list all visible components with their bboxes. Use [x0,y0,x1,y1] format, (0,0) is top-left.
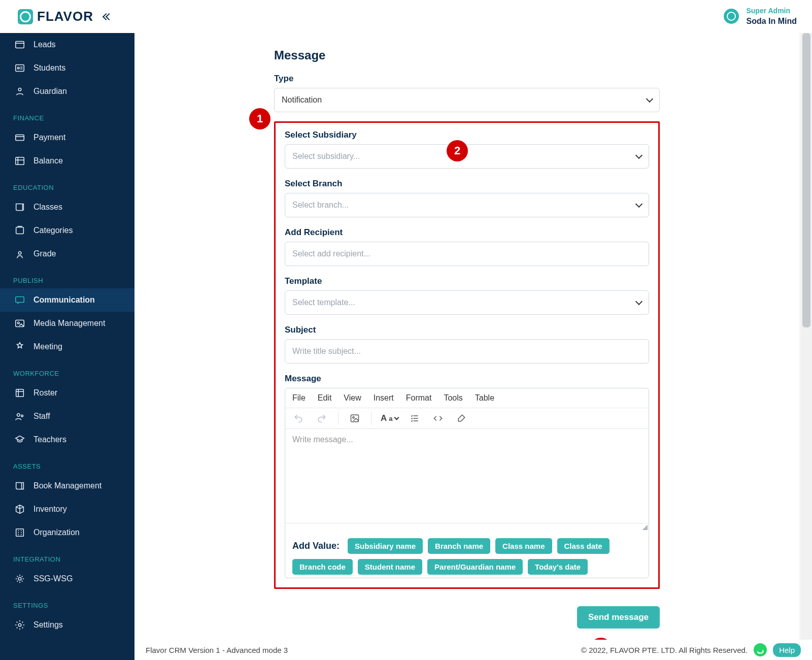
sidebar-item-communication[interactable]: Communication [0,288,134,312]
editor-menu-table[interactable]: Table [475,393,494,403]
message-body[interactable]: Write message... [285,429,649,523]
balance-icon [14,155,25,167]
editor-menu-view[interactable]: View [344,393,361,403]
sidebar-item-staff[interactable]: Staff [0,405,134,428]
annotation-marker-2: 2 [447,140,468,161]
sidebar-item-label: Meeting [33,342,62,351]
sidebar-item-label: Classes [33,203,62,212]
whatsapp-icon[interactable] [754,643,767,656]
app-footer: Flavor CRM Version 1 - Advanced mode 3 ©… [134,640,812,660]
sidebar-item-label: Teachers [33,435,66,444]
editor-toolbar: Aa [285,408,649,429]
sidebar-group-label: FINANCE [0,103,134,126]
redo-icon[interactable] [315,411,329,425]
branch-select[interactable]: Select branch... [285,193,649,217]
branch-label: Select Branch [285,179,649,189]
sidebar-item-balance[interactable]: Balance [0,149,134,173]
template-select[interactable]: Select template... [285,290,649,315]
svg-rect-17 [351,415,359,421]
sidebar-item-grade[interactable]: Grade [0,242,134,266]
book-icon [14,480,25,491]
sidebar-collapse-icon[interactable] [104,14,112,19]
rich-text-editor: FileEditViewInsertFormatToolsTable Aa [285,388,649,578]
chip-class-date[interactable]: Class date [557,538,610,554]
chip-today-s-date[interactable]: Today's date [528,559,588,575]
type-label: Type [274,74,660,84]
user-role: Super Admin [746,6,797,16]
add-value-label: Add Value: [292,541,340,551]
sidebar-item-ssg-wsg[interactable]: SSG-WSG [0,567,134,590]
sidebar-item-teachers[interactable]: Teachers [0,428,134,451]
sidebar-item-leads[interactable]: Leads [0,33,134,56]
help-button[interactable]: Help [773,643,801,657]
sidebar-item-classes[interactable]: Classes [0,195,134,219]
send-message-button[interactable]: Send message [577,606,660,629]
sidebar-item-guardian[interactable]: Guardian [0,80,134,103]
sidebar-item-label: Settings [33,620,63,630]
sidebar-group-label: WORKFORCE [0,358,134,381]
chip-branch-name[interactable]: Branch name [428,538,490,554]
subject-label: Subject [285,325,649,335]
recipient-label: Add Recipient [285,227,649,238]
chip-student-name[interactable]: Student name [358,559,422,575]
categories-icon [14,225,25,236]
annotation-marker-1: 1 [249,108,270,129]
meeting-icon [14,341,25,352]
editor-menu-tools[interactable]: Tools [444,393,462,403]
sidebar-item-media-management[interactable]: Media Management [0,312,134,335]
sidebar-item-payment[interactable]: Payment [0,126,134,149]
svg-rect-0 [16,42,24,48]
svg-point-15 [18,577,21,580]
editor-menu-file[interactable]: File [292,393,306,403]
resize-handle-icon[interactable] [285,523,649,531]
svg-rect-6 [16,227,24,234]
type-select[interactable]: Notification [274,88,660,112]
recipient-input[interactable] [285,242,649,266]
sidebar-item-inventory[interactable]: Inventory [0,498,134,521]
page-title: Message [274,48,660,62]
editor-menu-edit[interactable]: Edit [318,393,332,403]
chip-branch-code[interactable]: Branch code [292,559,353,575]
sidebar-item-book-management[interactable]: Book Management [0,474,134,498]
brand-logo[interactable]: FLAVOR [18,9,93,24]
checklist-icon[interactable] [408,411,422,425]
code-icon[interactable] [431,411,445,425]
svg-point-13 [21,415,23,417]
chevron-down-icon [635,152,642,159]
sidebar-item-meeting[interactable]: Meeting [0,335,134,358]
chip-class-name[interactable]: Class name [495,538,552,554]
chip-parent-guardian-name[interactable]: Parent/Guardian name [427,559,523,575]
sidebar-item-roster[interactable]: Roster [0,381,134,405]
sidebar-group-label: INTEGRATION [0,544,134,567]
scrollbar[interactable] [801,33,812,640]
subsidiary-placeholder: Select subsidiary... [292,152,360,161]
sidebar-item-label: Categories [33,226,73,235]
sidebar-item-categories[interactable]: Categories [0,219,134,242]
editor-menu-format[interactable]: Format [406,393,432,403]
chevron-down-icon [635,298,642,305]
sidebar-item-label: Grade [33,249,56,258]
sidebar-item-organization[interactable]: Organization [0,521,134,544]
font-size-button[interactable]: Aa [381,413,398,423]
editor-menubar: FileEditViewInsertFormatToolsTable [285,388,649,408]
insert-image-icon[interactable] [348,411,362,425]
svg-point-12 [17,414,20,417]
sidebar-item-label: Leads [33,40,56,49]
classes-icon [14,202,25,213]
students-icon [14,62,25,74]
sidebar-item-settings[interactable]: Settings [0,613,134,637]
subject-input[interactable] [285,339,649,364]
add-value-section: Add Value: Subsidiary nameBranch nameCla… [285,531,649,578]
sidebar-item-label: Book Management [33,481,101,490]
leads-icon [14,39,25,50]
undo-icon[interactable] [291,411,306,425]
sidebar-item-students[interactable]: Students [0,56,134,80]
template-label: Template [285,276,649,286]
chevron-down-icon [635,201,642,208]
highlighter-icon[interactable] [454,411,468,425]
user-menu[interactable]: Super Admin Soda In Mind [724,6,797,26]
editor-menu-insert[interactable]: Insert [374,393,394,403]
chip-subsidiary-name[interactable]: Subsidiary name [348,538,423,554]
brand-name: FLAVOR [37,9,93,24]
sidebar-item-label: SSG-WSG [33,574,73,583]
